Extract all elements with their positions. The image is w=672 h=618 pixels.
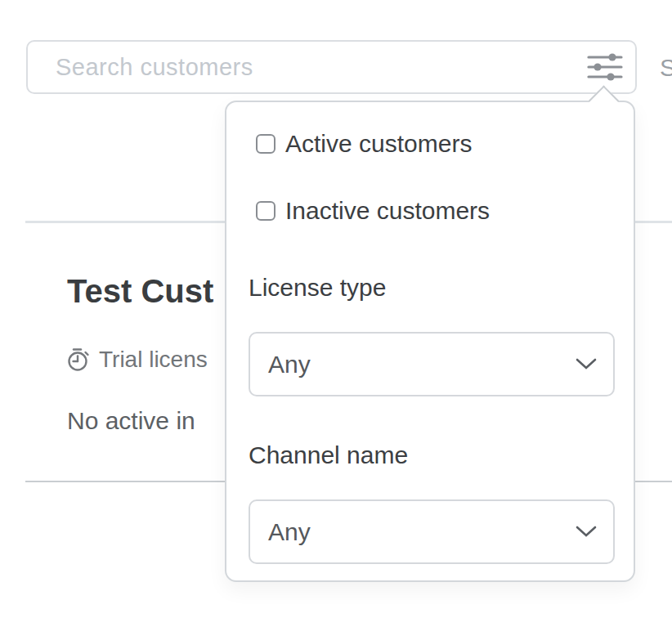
channel-name-select-value: Any — [268, 518, 311, 546]
filter-dropdown-panel: Active customers Inactive customers Lice… — [225, 101, 635, 582]
customer-status-text: No active in — [67, 407, 195, 435]
checkbox-label: Active customers — [285, 130, 472, 158]
customer-name-heading: Test Cust — [67, 273, 213, 310]
license-type-text: Trial licens — [99, 347, 208, 373]
sliders-filter-icon — [587, 53, 623, 81]
checkbox-label: Inactive customers — [285, 197, 490, 225]
license-type-label: License type — [249, 274, 386, 302]
active-customers-checkbox[interactable] — [256, 134, 276, 154]
truncated-right-label: S — [660, 54, 672, 82]
chevron-down-icon — [576, 526, 597, 538]
inactive-customers-checkbox-row[interactable]: Inactive customers — [256, 197, 490, 225]
active-customers-checkbox-row[interactable]: Active customers — [256, 130, 472, 158]
license-type-select-value: Any — [268, 351, 311, 378]
search-input[interactable] — [28, 42, 581, 92]
channel-name-select[interactable]: Any — [249, 499, 615, 564]
trial-timer-icon — [67, 347, 90, 372]
license-type-select[interactable]: Any — [249, 332, 615, 396]
chevron-down-icon — [576, 358, 597, 370]
search-bar — [26, 40, 637, 94]
license-info-row: Trial licens — [67, 347, 208, 373]
inactive-customers-checkbox[interactable] — [256, 201, 276, 221]
channel-name-label: Channel name — [249, 441, 408, 469]
filter-button[interactable] — [581, 46, 629, 88]
